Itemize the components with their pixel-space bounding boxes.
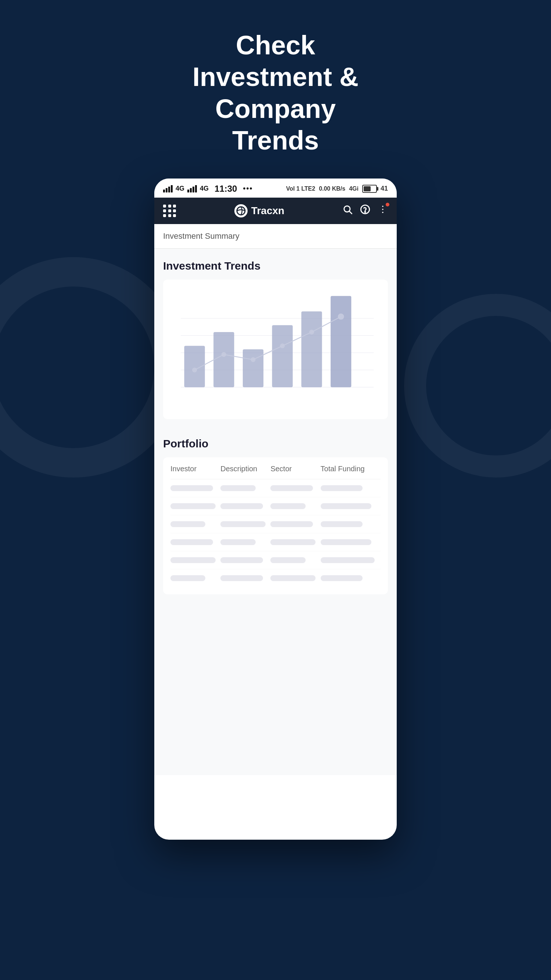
bg-circle-right: [404, 294, 551, 477]
network-label-2: 4G: [200, 185, 209, 192]
chart-area: [170, 287, 381, 412]
col-description: Description: [220, 465, 270, 473]
skeleton-cell: [170, 503, 216, 509]
svg-point-6: [382, 208, 384, 210]
more-options-icon[interactable]: [377, 204, 388, 217]
table-row: [170, 479, 381, 497]
svg-point-23: [309, 329, 314, 334]
svg-line-2: [349, 211, 352, 213]
app-navbar: Tracxn: [154, 197, 397, 224]
status-time: 11:30: [215, 184, 237, 194]
grid-dot: [163, 209, 166, 212]
logo-text: Tracxn: [251, 205, 284, 217]
portfolio-table: Investor Description Sector Total Fundin…: [163, 457, 388, 594]
phone-mockup: 4G 4G 11:30 ••• Vol 1 LTE2 0.00 KB/s 4Gi…: [154, 178, 397, 840]
skeleton-cell: [270, 539, 315, 545]
skeleton-cell: [321, 503, 372, 509]
skeleton-cell: [220, 485, 255, 491]
skeleton-cell: [170, 557, 216, 563]
svg-point-21: [250, 357, 255, 362]
skeleton-cell: [220, 539, 255, 545]
signal-icon-1: [163, 185, 173, 192]
table-header: Investor Description Sector Total Fundin…: [170, 465, 381, 479]
svg-point-5: [382, 206, 384, 207]
skeleton-cell: [321, 575, 363, 581]
table-row: [170, 515, 381, 533]
grid-dot: [168, 214, 171, 217]
network-type: 4Gi: [349, 186, 358, 192]
data-speed: 0.00 KB/s: [319, 186, 345, 192]
breadcrumb-tab: Investment Summary: [154, 224, 397, 249]
investment-trends-title: Investment Trends: [163, 260, 388, 272]
status-right: Vol 1 LTE2 0.00 KB/s 4Gi 41: [286, 185, 388, 193]
hero-title: Check Investment & Company Trends: [110, 0, 441, 178]
investment-chart-svg: [170, 287, 381, 412]
table-row: [170, 551, 381, 570]
table-row: [170, 533, 381, 551]
portfolio-title: Portfolio: [163, 438, 388, 450]
skeleton-cell: [270, 503, 305, 509]
svg-rect-18: [331, 296, 351, 387]
skeleton-cell: [220, 575, 263, 581]
signal-bar: [163, 189, 165, 192]
battery-icon: [362, 185, 377, 193]
logo-icon: [234, 204, 248, 218]
investment-trends-section: Investment Trends: [154, 249, 397, 430]
tracxn-logo-svg: [236, 206, 246, 216]
skeleton-cell: [220, 521, 266, 527]
status-bar: 4G 4G 11:30 ••• Vol 1 LTE2 0.00 KB/s 4Gi…: [154, 178, 397, 197]
signal-bar: [193, 186, 194, 192]
table-row: [170, 497, 381, 515]
svg-rect-14: [213, 332, 234, 387]
battery-level: 41: [381, 185, 388, 192]
grid-dot: [168, 209, 171, 212]
grid-dot: [168, 205, 171, 208]
skeleton-cell: [220, 557, 263, 563]
svg-point-22: [280, 344, 285, 348]
search-icon[interactable]: [342, 204, 353, 217]
app-logo[interactable]: Tracxn: [234, 204, 284, 218]
notification-dot: [386, 203, 389, 207]
skeleton-cell: [220, 503, 263, 509]
grid-dot: [173, 209, 176, 212]
skeleton-cell: [170, 575, 205, 581]
lte-label: Vol 1 LTE2: [286, 186, 315, 192]
col-investor: Investor: [170, 465, 220, 473]
grid-dot: [173, 214, 176, 217]
skeleton-cell: [321, 521, 363, 527]
skeleton-cell: [170, 521, 205, 527]
grid-dot: [163, 205, 166, 208]
grid-menu-icon[interactable]: [163, 205, 176, 217]
help-icon[interactable]: [360, 204, 370, 217]
skeleton-cell: [270, 485, 313, 491]
signal-icon-2: [187, 185, 197, 192]
status-left: 4G 4G 11:30 •••: [163, 184, 253, 194]
battery-fill: [364, 186, 371, 191]
table-row: [170, 570, 381, 587]
app-content: Investment Summary Investment Trends: [154, 224, 397, 775]
skeleton-cell: [270, 521, 313, 527]
investment-chart: [163, 280, 388, 419]
signal-bar: [171, 185, 173, 192]
signal-bar: [195, 185, 197, 192]
skeleton-cell: [170, 485, 213, 491]
nav-icons: [342, 204, 388, 217]
svg-rect-16: [272, 325, 293, 387]
signal-bar: [190, 188, 192, 192]
skeleton-cell: [270, 557, 305, 563]
svg-point-7: [382, 212, 384, 213]
svg-point-24: [338, 313, 344, 320]
svg-rect-17: [301, 311, 322, 387]
breadcrumb-text: Investment Summary: [163, 231, 239, 240]
skeleton-cell: [321, 539, 372, 545]
skeleton-cell: [321, 557, 375, 563]
svg-point-19: [192, 368, 197, 372]
skeleton-cell: [321, 485, 363, 491]
portfolio-section: Portfolio Investor Description Sector To…: [154, 430, 397, 605]
col-funding: Total Funding: [321, 465, 381, 473]
status-dots: •••: [243, 185, 253, 193]
skeleton-cell: [270, 575, 315, 581]
svg-point-0: [237, 207, 245, 215]
signal-bar: [168, 186, 170, 192]
svg-rect-15: [243, 349, 263, 387]
